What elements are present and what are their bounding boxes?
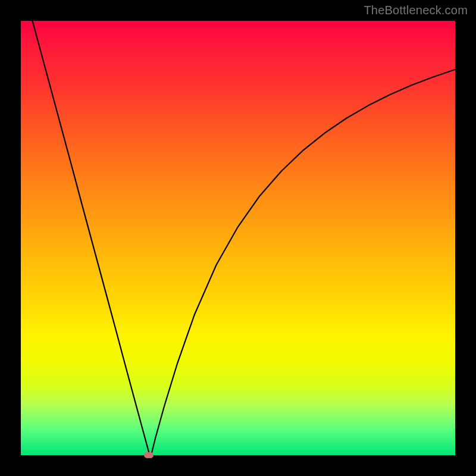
plot-area	[21, 21, 455, 455]
optimal-point-marker	[144, 452, 154, 458]
bottleneck-curve	[21, 21, 455, 455]
watermark-text: TheBottleneck.com	[364, 4, 468, 17]
chart-frame: TheBottleneck.com	[0, 0, 476, 476]
